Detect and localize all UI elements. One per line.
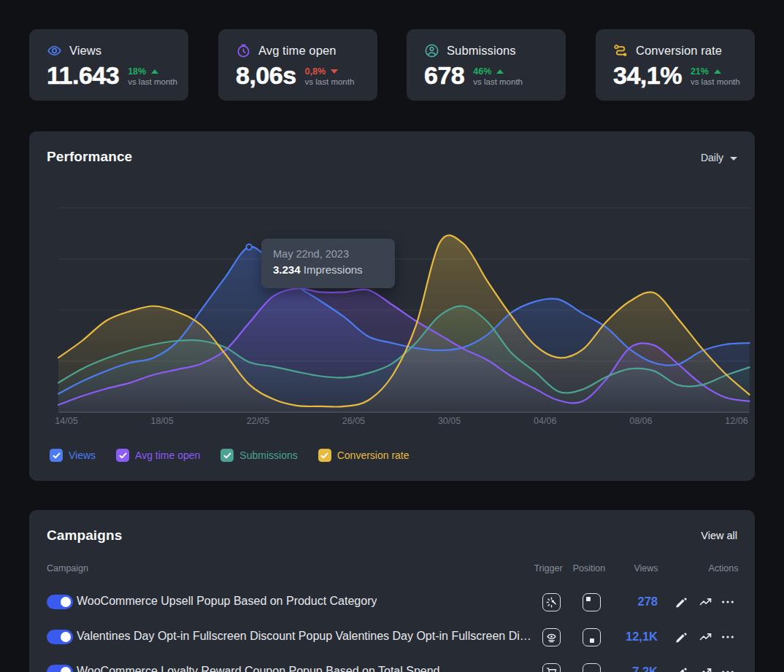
campaign-name[interactable]: WooCommerce Loyalty Reward Coupon Popup …	[77, 665, 439, 672]
legend-label: Submissions	[239, 449, 297, 461]
clock-icon	[236, 43, 251, 58]
stat-value: 8,06s	[236, 63, 296, 88]
toggle-on[interactable]	[47, 665, 73, 672]
stat-label: Submissions	[447, 44, 516, 58]
column-position: Position	[573, 563, 605, 573]
column-views: Views	[634, 563, 658, 573]
campaigns-card: Campaigns View all Campaign Trigger Posi…	[29, 510, 755, 672]
trending-up-icon[interactable]	[699, 665, 712, 672]
campaign-views: 12,1K	[626, 630, 658, 644]
eye-icon	[47, 43, 62, 58]
campaign-views: 278	[637, 595, 658, 609]
campaign-views: 7,2K	[632, 665, 658, 672]
svg-text:14/05: 14/05	[55, 416, 77, 426]
svg-text:08/06: 08/06	[629, 416, 652, 426]
legend-item-views[interactable]: Views	[50, 449, 96, 462]
stat-delta: 18%	[128, 66, 146, 77]
trending-up-icon[interactable]	[699, 595, 712, 609]
checkbox-checked-icon[interactable]	[50, 449, 63, 462]
svg-text:04/06: 04/06	[534, 416, 556, 426]
campaign-name[interactable]: WooCommerce Upsell Popup Based on Produc…	[77, 595, 377, 608]
trending-up-icon[interactable]	[699, 630, 712, 644]
checkbox-checked-icon[interactable]	[318, 449, 331, 462]
svg-text:30/05: 30/05	[438, 416, 461, 426]
column-campaign: Campaign	[47, 563, 88, 573]
position-bottom-center-icon	[583, 628, 601, 646]
stat-label: Views	[69, 44, 101, 58]
legend-item-submissions[interactable]: Submissions	[220, 449, 297, 462]
campaigns-title: Campaigns	[47, 528, 122, 544]
edit-pencil-icon[interactable]	[675, 595, 688, 609]
trigger-eye-scroll-icon	[542, 628, 561, 646]
checkbox-checked-icon[interactable]	[220, 449, 234, 462]
performance-card: Performance Daily 14/0518/0522/0526/0530…	[29, 131, 755, 481]
campaign-name[interactable]: Valentines Day Opt-in Fullscreen Discoun…	[77, 630, 535, 643]
legend-label: Avg time open	[135, 449, 200, 461]
more-ellipsis-icon[interactable]	[721, 595, 734, 609]
toggle-on[interactable]	[47, 630, 73, 644]
legend-item-conversion-rate[interactable]: Conversion rate	[318, 449, 410, 462]
svg-text:12/06: 12/06	[725, 416, 748, 426]
arrow-up-icon	[151, 69, 158, 74]
stat-value: 11.643	[47, 63, 119, 88]
stat-card-avg-time-open: Avg time open 8,06s 0,8% vs last month	[218, 29, 377, 101]
stat-card-submissions: Submissions 678 46% vs last month	[407, 29, 566, 101]
legend-item-avg-time-open[interactable]: Avg time open	[116, 449, 200, 462]
svg-text:26/05: 26/05	[342, 416, 365, 426]
stat-compare-label: vs last month	[305, 77, 355, 86]
campaigns-table-header: Campaign Trigger Position Views Actions	[29, 563, 755, 575]
user-circle-icon	[424, 43, 439, 58]
stat-delta: 46%	[473, 66, 491, 77]
position-top-left-icon	[583, 593, 601, 611]
campaign-row: WooCommerce Loyalty Reward Coupon Popup …	[29, 654, 755, 672]
tooltip-date: May 22nd, 2023	[273, 248, 383, 260]
stat-delta: 21%	[691, 66, 709, 77]
svg-text:18/05: 18/05	[150, 416, 173, 426]
stat-card-views: Views 11.643 18% vs last month	[29, 29, 188, 101]
trigger-click-spark-icon	[542, 593, 561, 611]
more-ellipsis-icon[interactable]	[721, 630, 734, 644]
stat-label: Conversion rate	[636, 44, 722, 58]
legend-label: Conversion rate	[337, 449, 410, 461]
stat-delta: 0,8%	[305, 66, 326, 77]
chart-legend: Views Avg time open Submissions Conversi…	[50, 449, 410, 462]
svg-text:22/05: 22/05	[247, 416, 269, 426]
tooltip-value: 3.234 Impressions	[273, 263, 383, 276]
view-all-link[interactable]: View all	[701, 530, 737, 541]
more-ellipsis-icon[interactable]	[721, 665, 734, 672]
arrow-down-icon	[331, 69, 338, 74]
position-bottom-left-icon	[583, 663, 601, 672]
column-trigger: Trigger	[534, 563, 562, 573]
stat-compare-label: vs last month	[691, 77, 740, 86]
campaign-row: WooCommerce Upsell Popup Based on Produc…	[29, 584, 755, 619]
chart-tooltip: May 22nd, 2023 3.234 Impressions	[261, 239, 395, 288]
edit-pencil-icon[interactable]	[675, 665, 688, 672]
stat-card-conversion-rate: Conversion rate 34,1% 21% vs last month	[596, 29, 755, 101]
stat-compare-label: vs last month	[473, 77, 523, 86]
arrow-up-icon	[496, 69, 504, 74]
route-icon	[613, 43, 629, 58]
stat-value: 34,1%	[613, 63, 682, 88]
column-actions: Actions	[709, 563, 739, 573]
checkbox-checked-icon[interactable]	[116, 449, 129, 462]
performance-line-chart[interactable]: 14/0518/0522/0526/0530/0504/0608/0612/06	[29, 131, 755, 481]
campaign-row: Valentines Day Opt-in Fullscreen Discoun…	[29, 619, 755, 654]
arrow-up-icon	[714, 69, 721, 74]
stat-value: 678	[424, 63, 464, 88]
legend-label: Views	[69, 449, 96, 461]
trigger-cart-icon	[542, 663, 561, 672]
toggle-on[interactable]	[47, 595, 73, 609]
stat-compare-label: vs last month	[128, 77, 177, 86]
stat-label: Avg time open	[258, 44, 336, 58]
edit-pencil-icon[interactable]	[675, 630, 688, 644]
